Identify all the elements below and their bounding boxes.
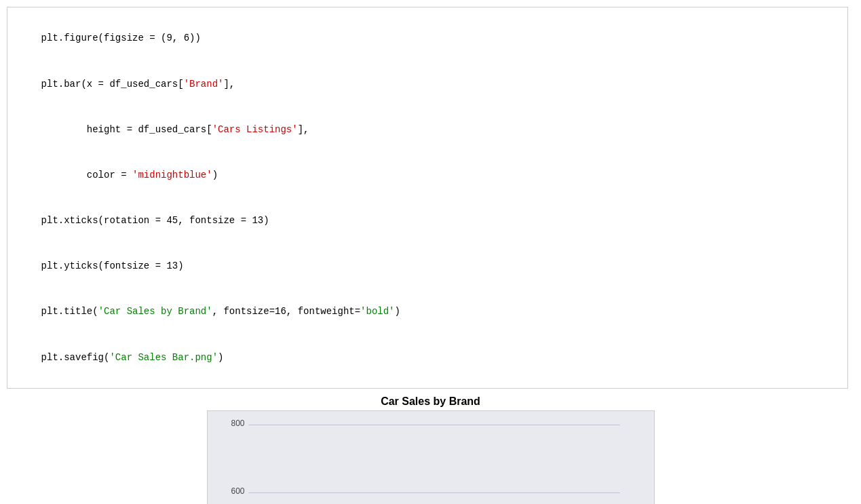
code-line-2: plt.bar(x = df_used_cars['Brand'], — [18, 61, 837, 106]
code-text: plt.yticks(fontsize = 13) — [41, 260, 184, 271]
code-text: plt.bar(x = df_used_cars['Brand'], — [41, 79, 235, 90]
bars-wrapper — [248, 425, 620, 504]
code-block: plt.figure(figsize = (9, 6)) plt.bar(x =… — [7, 7, 848, 389]
code-line-3: height = df_used_cars['Cars Listings'], — [18, 106, 837, 152]
code-text: color = 'midnightblue') — [41, 170, 218, 180]
code-line-5: plt.xticks(rotation = 45, fontsize = 13) — [18, 198, 837, 244]
code-text: height = df_used_cars['Cars Listings'], — [41, 124, 309, 135]
code-text: plt.xticks(rotation = 45, fontsize = 13) — [41, 215, 269, 226]
code-text: plt.title('Car Sales by Brand', fontsize… — [41, 306, 400, 317]
chart-title: Car Sales by Brand — [193, 395, 668, 408]
code-text: plt.savefig('Car Sales Bar.png') — [41, 352, 224, 363]
y-label-600: 600 — [218, 486, 245, 496]
code-line-6: plt.yticks(fontsize = 13) — [18, 244, 837, 289]
code-line-4: color = 'midnightblue') — [18, 153, 837, 198]
chart-container: Car Sales by Brand 800 600 400 200 0 Aud… — [193, 395, 668, 504]
code-line-7: plt.title('Car Sales by Brand', fontsize… — [18, 289, 837, 334]
code-line-8: plt.savefig('Car Sales Bar.png') — [18, 334, 837, 380]
code-line-1: plt.figure(figsize = (9, 6)) — [18, 16, 837, 61]
y-label-800: 800 — [218, 419, 245, 428]
code-text: plt.figure(figsize = (9, 6)) — [41, 33, 201, 43]
chart-area: 800 600 400 200 0 AudiBMWMercedes-BenzMi… — [207, 410, 655, 504]
